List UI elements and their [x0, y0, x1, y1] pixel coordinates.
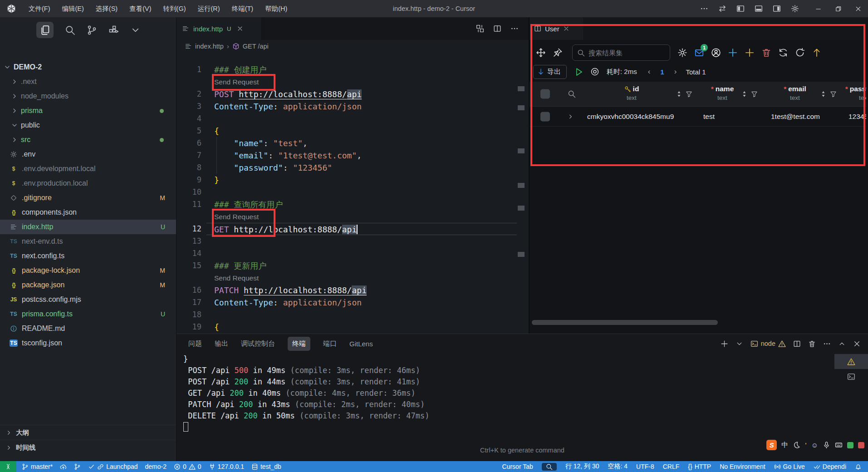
settings-gear-icon[interactable]	[791, 5, 799, 13]
tree-item-.gitignore[interactable]: .gitignoreM	[0, 191, 176, 205]
menu-r[interactable]: 运行(R)	[191, 0, 226, 17]
compare-icon[interactable]	[476, 25, 484, 33]
tree-item-src[interactable]: src	[0, 133, 176, 147]
row-checkbox[interactable]	[540, 112, 550, 121]
sort-icon[interactable]	[741, 91, 748, 98]
statusbar-indent[interactable]: 空格: 4	[608, 462, 628, 471]
cell-name[interactable]: test	[703, 113, 715, 121]
menu-e[interactable]: 编辑(E)	[56, 0, 90, 17]
tree-item-.env.production.local[interactable]: $.env.production.local	[0, 176, 176, 191]
sogou-logo[interactable]: S	[766, 440, 777, 450]
tree-item-next.config.ts[interactable]: TSnext.config.ts	[0, 249, 176, 263]
sort-icon[interactable]	[676, 91, 682, 98]
panel-tab-输出[interactable]: 输出	[215, 339, 228, 348]
statusbar-branch[interactable]: master*	[22, 463, 53, 470]
statusbar-graph[interactable]	[74, 463, 81, 470]
statusbar-go-live[interactable]: Go Live	[774, 463, 805, 470]
chevron-right-icon[interactable]	[567, 113, 574, 120]
close-icon[interactable]	[853, 340, 861, 348]
breadcrumb[interactable]: index.http › GET /api	[177, 40, 529, 53]
emoji-icon[interactable]: ☺	[811, 441, 818, 449]
lang-indicator[interactable]: 中	[781, 441, 788, 449]
chevron-up-icon[interactable]	[838, 340, 846, 348]
cell-email[interactable]: 1test@test.com	[771, 113, 820, 121]
export-button[interactable]: 导出	[533, 65, 567, 79]
tree-item-postcss.config.mjs[interactable]: JSpostcss.config.mjs	[0, 292, 176, 307]
statusbar-environment[interactable]: No Environment	[720, 463, 765, 470]
statusbar-publish[interactable]	[60, 463, 67, 470]
filter-icon[interactable]	[686, 91, 692, 98]
tree-item-next-env.d.ts[interactable]: TSnext-env.d.ts	[0, 234, 176, 249]
split-editor-icon[interactable]	[493, 25, 501, 33]
horizontal-scrollbar[interactable]	[532, 320, 718, 325]
filter-icon[interactable]	[830, 91, 837, 98]
statusbar-project[interactable]: demo-2	[145, 463, 167, 470]
tree-item-.env.development.local[interactable]: $.env.development.local	[0, 162, 176, 176]
statusbar-host[interactable]: 127.0.0.1	[209, 463, 244, 470]
activity-chevron-down-icon[interactable]	[130, 25, 141, 35]
panel-tab-端口[interactable]: 端口	[323, 339, 337, 348]
menu-g[interactable]: 转到(G)	[157, 0, 192, 17]
plus-icon[interactable]	[721, 340, 728, 348]
tree-item-index.http[interactable]: index.httpU	[0, 220, 176, 234]
cell-id[interactable]: cmkyoxvhc00034ck845mu9	[587, 113, 674, 121]
column-header-password[interactable]: *passwordtext	[844, 85, 866, 101]
tree-item-.next[interactable]: .next	[0, 74, 176, 89]
tree-item-nodemodules[interactable]: node_modules	[0, 89, 176, 103]
statusbar-launchpad[interactable]: Launchpad	[88, 463, 137, 470]
mic-icon[interactable]	[823, 441, 830, 449]
select-all-checkbox[interactable]	[540, 89, 550, 99]
tree-item-.env[interactable]: .env	[0, 147, 176, 162]
statusbar-encoding[interactable]: UTF-8	[636, 463, 654, 470]
statusbar-database[interactable]: test_db	[251, 463, 281, 470]
plus-icon[interactable]	[745, 48, 755, 58]
next-page-icon[interactable]: ›	[674, 67, 677, 76]
user-icon[interactable]	[711, 48, 721, 58]
statusbar-search[interactable]	[542, 463, 557, 471]
menu-f[interactable]: 文件(F)	[23, 0, 56, 17]
send-request-lens[interactable]: Send Request	[206, 272, 517, 284]
statusbar-problems[interactable]: 00	[174, 463, 201, 470]
column-header-id[interactable]: idtext	[612, 85, 651, 101]
sort-icon[interactable]	[820, 91, 827, 98]
plus-icon[interactable]	[728, 48, 738, 58]
minimize-button[interactable]	[808, 0, 828, 17]
send-request-lens[interactable]: Send Request	[206, 211, 517, 223]
tree-item-prisma[interactable]: prisma	[0, 103, 176, 118]
table-row[interactable]: cmkyoxvhc00034ck845mu9test1test@test.com…	[530, 107, 866, 127]
code-area[interactable]: 1### 创建用户Send Request2POST http://localh…	[177, 53, 529, 333]
eye-icon[interactable]	[590, 67, 599, 76]
sync-icon[interactable]	[778, 48, 788, 58]
tray-tool-icon[interactable]	[847, 442, 853, 448]
tree-item-components.json[interactable]: {}components.json	[0, 205, 176, 220]
refresh-icon[interactable]	[795, 48, 805, 58]
arrow-up-icon[interactable]	[812, 48, 822, 58]
close-icon[interactable]	[237, 25, 243, 32]
result-search-box[interactable]	[572, 44, 670, 61]
cell-password[interactable]: 123456	[848, 113, 866, 121]
statusbar-eol[interactable]: CRLF	[663, 463, 680, 470]
statusbar-bell[interactable]	[855, 463, 862, 470]
menu-s[interactable]: 选择(S)	[90, 0, 123, 17]
punctuation-indicator[interactable]: ’	[805, 441, 806, 449]
menu-v[interactable]: 查看(V)	[123, 0, 157, 17]
trash-icon[interactable]	[808, 340, 816, 348]
more-icon[interactable]	[700, 5, 708, 13]
result-search-input[interactable]	[588, 49, 657, 57]
tree-item-package-lock.json[interactable]: {}package-lock.jsonM	[0, 263, 176, 278]
tray-tool-icon[interactable]	[858, 442, 864, 448]
terminal-item-shell[interactable]	[834, 369, 868, 384]
close-window-button[interactable]	[848, 0, 868, 17]
move-icon[interactable]	[536, 48, 546, 58]
activity-explorer-icon[interactable]	[36, 22, 54, 38]
search-icon[interactable]	[568, 90, 576, 98]
panel-tab-调试控制台[interactable]: 调试控制台	[241, 339, 275, 348]
more-icon[interactable]	[823, 340, 831, 348]
activity-source-control-icon[interactable]	[86, 25, 97, 35]
activity-search-icon[interactable]	[64, 25, 75, 35]
tree-item-README.md[interactable]: README.md	[0, 321, 176, 336]
page-number[interactable]: 1	[660, 68, 664, 76]
close-icon[interactable]	[563, 25, 569, 32]
panel-tab-问题[interactable]: 问题	[188, 339, 202, 348]
moon-icon[interactable]	[793, 441, 800, 449]
